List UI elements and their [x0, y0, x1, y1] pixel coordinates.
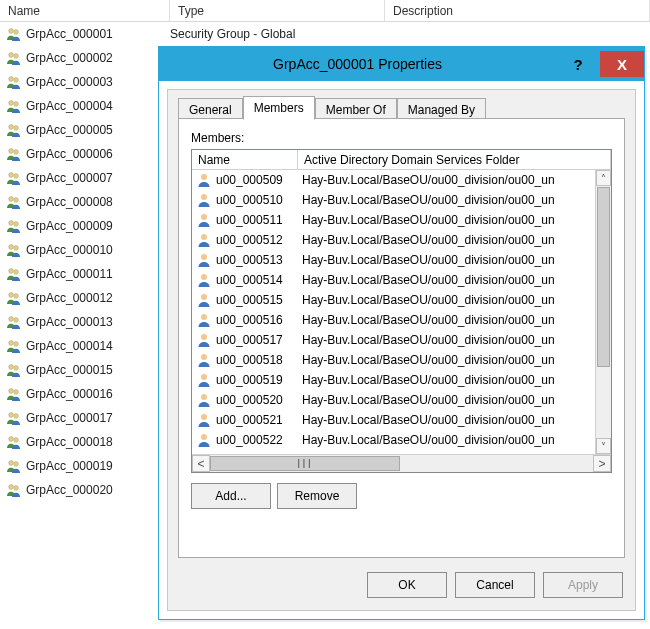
bg-group-name: GrpAcc_000012: [26, 291, 113, 305]
bg-group-name: GrpAcc_000013: [26, 315, 113, 329]
group-icon: [6, 362, 22, 378]
bg-group-type: Security Group - Global: [170, 27, 385, 41]
member-folder: Hay-Buv.Local/BaseOU/ou00_division/ou00_…: [302, 173, 611, 187]
svg-point-26: [9, 341, 14, 346]
bg-group-name: GrpAcc_000007: [26, 171, 113, 185]
member-name: u00_000510: [216, 193, 302, 207]
members-horizontal-scrollbar[interactable]: < III >: [192, 454, 611, 472]
members-list-header: Name Active Directory Domain Services Fo…: [192, 150, 611, 170]
group-icon: [6, 338, 22, 354]
dialog-titlebar[interactable]: GrpAcc_000001 Properties ? X: [159, 47, 644, 81]
scroll-left-button[interactable]: <: [192, 455, 210, 472]
svg-point-42: [201, 214, 207, 220]
tab-strip: General Members Member Of Managed By: [178, 96, 486, 120]
svg-point-40: [201, 174, 207, 180]
svg-point-2: [9, 53, 14, 58]
bg-group-name: GrpAcc_000009: [26, 219, 113, 233]
bg-header-description[interactable]: Description: [385, 0, 650, 21]
member-name: u00_000520: [216, 393, 302, 407]
svg-point-20: [9, 269, 14, 274]
member-row[interactable]: u00_000520Hay-Buv.Local/BaseOU/ou00_divi…: [192, 390, 611, 410]
scroll-thumb-horizontal[interactable]: III: [210, 456, 400, 471]
member-name: u00_000515: [216, 293, 302, 307]
bg-header-type[interactable]: Type: [170, 0, 385, 21]
bg-list-header: Name Type Description: [0, 0, 650, 22]
svg-point-44: [201, 254, 207, 260]
scroll-track-horizontal[interactable]: III: [210, 455, 593, 472]
svg-point-12: [9, 173, 14, 178]
user-icon: [196, 412, 212, 428]
group-icon: [6, 386, 22, 402]
member-name: u00_000512: [216, 233, 302, 247]
svg-point-38: [9, 485, 14, 490]
member-name: u00_000517: [216, 333, 302, 347]
member-folder: Hay-Buv.Local/BaseOU/ou00_division/ou00_…: [302, 293, 611, 307]
members-list-body[interactable]: u00_000509Hay-Buv.Local/BaseOU/ou00_divi…: [192, 170, 611, 454]
bg-group-name: GrpAcc_000004: [26, 99, 113, 113]
svg-point-29: [14, 366, 19, 371]
remove-button[interactable]: Remove: [277, 483, 357, 509]
member-row[interactable]: u00_000509Hay-Buv.Local/BaseOU/ou00_divi…: [192, 170, 611, 190]
bg-header-name[interactable]: Name: [0, 0, 170, 21]
user-icon: [196, 192, 212, 208]
svg-point-6: [9, 101, 14, 106]
svg-point-22: [9, 293, 14, 298]
members-listbox[interactable]: Name Active Directory Domain Services Fo…: [191, 149, 612, 473]
svg-point-19: [14, 246, 19, 251]
user-icon: [196, 352, 212, 368]
scroll-up-button[interactable]: ˄: [596, 170, 611, 186]
members-header-name[interactable]: Name: [192, 150, 298, 169]
group-icon: [6, 410, 22, 426]
bg-group-name: GrpAcc_000014: [26, 339, 113, 353]
svg-point-4: [9, 77, 14, 82]
add-button[interactable]: Add...: [191, 483, 271, 509]
close-button[interactable]: X: [600, 51, 644, 77]
member-folder: Hay-Buv.Local/BaseOU/ou00_division/ou00_…: [302, 313, 611, 327]
member-row[interactable]: u00_000511Hay-Buv.Local/BaseOU/ou00_divi…: [192, 210, 611, 230]
group-icon: [6, 290, 22, 306]
help-button[interactable]: ?: [556, 51, 600, 77]
group-icon: [6, 482, 22, 498]
tab-members[interactable]: Members: [243, 96, 315, 120]
bg-group-name: GrpAcc_000018: [26, 435, 113, 449]
ok-button[interactable]: OK: [367, 572, 447, 598]
svg-point-18: [9, 245, 14, 250]
member-row[interactable]: u00_000512Hay-Buv.Local/BaseOU/ou00_divi…: [192, 230, 611, 250]
member-row[interactable]: u00_000513Hay-Buv.Local/BaseOU/ou00_divi…: [192, 250, 611, 270]
svg-point-33: [14, 414, 19, 419]
group-icon: [6, 458, 22, 474]
cancel-button[interactable]: Cancel: [455, 572, 535, 598]
member-row[interactable]: u00_000514Hay-Buv.Local/BaseOU/ou00_divi…: [192, 270, 611, 290]
user-icon: [196, 172, 212, 188]
member-row[interactable]: u00_000522Hay-Buv.Local/BaseOU/ou00_divi…: [192, 430, 611, 450]
scroll-thumb-vertical[interactable]: [597, 187, 610, 367]
member-folder: Hay-Buv.Local/BaseOU/ou00_division/ou00_…: [302, 253, 611, 267]
member-folder: Hay-Buv.Local/BaseOU/ou00_division/ou00_…: [302, 393, 611, 407]
dialog-title: GrpAcc_000001 Properties: [159, 56, 556, 72]
member-folder: Hay-Buv.Local/BaseOU/ou00_division/ou00_…: [302, 233, 611, 247]
member-folder: Hay-Buv.Local/BaseOU/ou00_division/ou00_…: [302, 353, 611, 367]
member-row[interactable]: u00_000519Hay-Buv.Local/BaseOU/ou00_divi…: [192, 370, 611, 390]
svg-point-48: [201, 334, 207, 340]
member-name: u00_000516: [216, 313, 302, 327]
member-row[interactable]: u00_000521Hay-Buv.Local/BaseOU/ou00_divi…: [192, 410, 611, 430]
svg-point-8: [9, 125, 14, 130]
scroll-down-button[interactable]: ˅: [596, 438, 611, 454]
member-row[interactable]: u00_000518Hay-Buv.Local/BaseOU/ou00_divi…: [192, 350, 611, 370]
member-name: u00_000521: [216, 413, 302, 427]
apply-button[interactable]: Apply: [543, 572, 623, 598]
bg-group-name: GrpAcc_000017: [26, 411, 113, 425]
member-row[interactable]: u00_000510Hay-Buv.Local/BaseOU/ou00_divi…: [192, 190, 611, 210]
bg-group-name: GrpAcc_000020: [26, 483, 113, 497]
svg-point-51: [201, 394, 207, 400]
svg-point-53: [201, 434, 207, 440]
members-header-folder[interactable]: Active Directory Domain Services Folder: [298, 150, 611, 169]
svg-point-47: [201, 314, 207, 320]
group-icon: [6, 98, 22, 114]
member-row[interactable]: u00_000517Hay-Buv.Local/BaseOU/ou00_divi…: [192, 330, 611, 350]
members-vertical-scrollbar[interactable]: ˄ ˅: [595, 170, 611, 454]
bg-group-row[interactable]: GrpAcc_000001Security Group - Global: [0, 22, 650, 46]
scroll-right-button[interactable]: >: [593, 455, 611, 472]
member-row[interactable]: u00_000516Hay-Buv.Local/BaseOU/ou00_divi…: [192, 310, 611, 330]
member-row[interactable]: u00_000515Hay-Buv.Local/BaseOU/ou00_divi…: [192, 290, 611, 310]
